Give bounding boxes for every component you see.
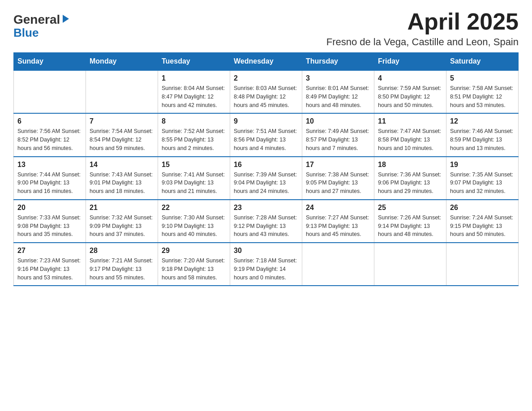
week-row: 1Sunrise: 8:04 AM Sunset: 8:47 PM Daylig… xyxy=(14,70,519,113)
day-number: 4 xyxy=(378,74,442,82)
day-info: Sunrise: 7:23 AM Sunset: 9:16 PM Dayligh… xyxy=(17,257,82,282)
day-cell: 4Sunrise: 7:59 AM Sunset: 8:50 PM Daylig… xyxy=(374,70,446,113)
day-info: Sunrise: 7:20 AM Sunset: 9:18 PM Dayligh… xyxy=(162,257,226,282)
header-cell-sunday: Sunday xyxy=(14,53,86,71)
day-cell: 5Sunrise: 7:58 AM Sunset: 8:51 PM Daylig… xyxy=(446,70,519,113)
day-cell: 3Sunrise: 8:01 AM Sunset: 8:49 PM Daylig… xyxy=(302,70,374,113)
day-number: 24 xyxy=(306,204,370,212)
day-cell: 27Sunrise: 7:23 AM Sunset: 9:16 PM Dayli… xyxy=(14,243,86,286)
day-cell: 12Sunrise: 7:46 AM Sunset: 8:59 PM Dayli… xyxy=(446,113,519,156)
logo-general: General xyxy=(13,13,60,26)
day-info: Sunrise: 7:41 AM Sunset: 9:03 PM Dayligh… xyxy=(162,171,226,196)
day-info: Sunrise: 7:28 AM Sunset: 9:12 PM Dayligh… xyxy=(234,214,298,239)
day-number: 5 xyxy=(450,74,515,82)
day-cell: 24Sunrise: 7:27 AM Sunset: 9:13 PM Dayli… xyxy=(302,200,374,243)
header-cell-friday: Friday xyxy=(374,53,446,71)
day-cell xyxy=(374,243,446,286)
calendar-subtitle: Fresno de la Vega, Castille and Leon, Sp… xyxy=(326,36,519,48)
header-cell-tuesday: Tuesday xyxy=(158,53,230,71)
day-cell: 21Sunrise: 7:32 AM Sunset: 9:09 PM Dayli… xyxy=(86,200,158,243)
day-cell: 14Sunrise: 7:43 AM Sunset: 9:01 PM Dayli… xyxy=(86,157,158,200)
day-info: Sunrise: 8:03 AM Sunset: 8:48 PM Dayligh… xyxy=(234,84,298,109)
day-number: 9 xyxy=(234,117,298,125)
day-cell: 11Sunrise: 7:47 AM Sunset: 8:58 PM Dayli… xyxy=(374,113,446,156)
header: General Blue April 2025 Fresno de la Veg… xyxy=(13,9,519,48)
day-number: 28 xyxy=(90,247,154,255)
day-cell: 2Sunrise: 8:03 AM Sunset: 8:48 PM Daylig… xyxy=(230,70,302,113)
day-number: 13 xyxy=(17,161,82,169)
day-number: 17 xyxy=(306,161,370,169)
day-number: 30 xyxy=(234,247,298,255)
day-number: 29 xyxy=(162,247,226,255)
day-cell: 1Sunrise: 8:04 AM Sunset: 8:47 PM Daylig… xyxy=(158,70,230,113)
day-number: 22 xyxy=(162,204,226,212)
day-number: 20 xyxy=(17,204,82,212)
day-cell: 15Sunrise: 7:41 AM Sunset: 9:03 PM Dayli… xyxy=(158,157,230,200)
day-info: Sunrise: 7:51 AM Sunset: 8:56 PM Dayligh… xyxy=(234,127,298,152)
day-cell xyxy=(14,70,86,113)
day-number: 1 xyxy=(162,74,226,82)
day-number: 10 xyxy=(306,117,370,125)
day-number: 16 xyxy=(234,161,298,169)
day-cell xyxy=(446,243,519,286)
day-info: Sunrise: 7:58 AM Sunset: 8:51 PM Dayligh… xyxy=(450,84,515,109)
day-cell: 29Sunrise: 7:20 AM Sunset: 9:18 PM Dayli… xyxy=(158,243,230,286)
day-info: Sunrise: 7:56 AM Sunset: 8:52 PM Dayligh… xyxy=(17,127,82,152)
day-info: Sunrise: 7:26 AM Sunset: 9:14 PM Dayligh… xyxy=(378,214,442,239)
day-number: 3 xyxy=(306,74,370,82)
day-cell: 16Sunrise: 7:39 AM Sunset: 9:04 PM Dayli… xyxy=(230,157,302,200)
week-row: 27Sunrise: 7:23 AM Sunset: 9:16 PM Dayli… xyxy=(14,243,519,286)
day-cell: 6Sunrise: 7:56 AM Sunset: 8:52 PM Daylig… xyxy=(14,113,86,156)
day-info: Sunrise: 7:21 AM Sunset: 9:17 PM Dayligh… xyxy=(90,257,154,282)
day-info: Sunrise: 7:49 AM Sunset: 8:57 PM Dayligh… xyxy=(306,127,370,152)
day-cell: 22Sunrise: 7:30 AM Sunset: 9:10 PM Dayli… xyxy=(158,200,230,243)
day-cell: 10Sunrise: 7:49 AM Sunset: 8:57 PM Dayli… xyxy=(302,113,374,156)
day-number: 8 xyxy=(162,117,226,125)
title-area: April 2025 Fresno de la Vega, Castille a… xyxy=(326,9,519,48)
day-cell: 13Sunrise: 7:44 AM Sunset: 9:00 PM Dayli… xyxy=(14,157,86,200)
day-info: Sunrise: 7:33 AM Sunset: 9:08 PM Dayligh… xyxy=(17,214,82,239)
header-cell-saturday: Saturday xyxy=(446,53,519,71)
day-number: 6 xyxy=(17,117,82,125)
day-info: Sunrise: 7:46 AM Sunset: 8:59 PM Dayligh… xyxy=(450,127,515,152)
day-number: 15 xyxy=(162,161,226,169)
day-cell: 28Sunrise: 7:21 AM Sunset: 9:17 PM Dayli… xyxy=(86,243,158,286)
day-info: Sunrise: 7:35 AM Sunset: 9:07 PM Dayligh… xyxy=(450,171,515,196)
day-cell: 9Sunrise: 7:51 AM Sunset: 8:56 PM Daylig… xyxy=(230,113,302,156)
day-info: Sunrise: 7:36 AM Sunset: 9:06 PM Dayligh… xyxy=(378,171,442,196)
day-number: 27 xyxy=(17,247,82,255)
day-info: Sunrise: 7:24 AM Sunset: 9:15 PM Dayligh… xyxy=(450,214,515,239)
day-cell: 8Sunrise: 7:52 AM Sunset: 8:55 PM Daylig… xyxy=(158,113,230,156)
week-row: 20Sunrise: 7:33 AM Sunset: 9:08 PM Dayli… xyxy=(14,200,519,243)
day-number: 18 xyxy=(378,161,442,169)
day-cell: 18Sunrise: 7:36 AM Sunset: 9:06 PM Dayli… xyxy=(374,157,446,200)
day-info: Sunrise: 8:01 AM Sunset: 8:49 PM Dayligh… xyxy=(306,84,370,109)
day-cell: 23Sunrise: 7:28 AM Sunset: 9:12 PM Dayli… xyxy=(230,200,302,243)
day-number: 14 xyxy=(90,161,154,169)
day-info: Sunrise: 7:38 AM Sunset: 9:05 PM Dayligh… xyxy=(306,171,370,196)
day-info: Sunrise: 7:54 AM Sunset: 8:54 PM Dayligh… xyxy=(90,127,154,152)
day-info: Sunrise: 7:27 AM Sunset: 9:13 PM Dayligh… xyxy=(306,214,370,239)
day-info: Sunrise: 7:44 AM Sunset: 9:00 PM Dayligh… xyxy=(17,171,82,196)
day-number: 21 xyxy=(90,204,154,212)
day-number: 2 xyxy=(234,74,298,82)
day-info: Sunrise: 7:32 AM Sunset: 9:09 PM Dayligh… xyxy=(90,214,154,239)
logo: General Blue xyxy=(13,9,71,39)
logo-arrow-icon xyxy=(61,14,71,24)
day-info: Sunrise: 7:59 AM Sunset: 8:50 PM Dayligh… xyxy=(378,84,442,109)
day-info: Sunrise: 7:47 AM Sunset: 8:58 PM Dayligh… xyxy=(378,127,442,152)
day-number: 7 xyxy=(90,117,154,125)
header-cell-monday: Monday xyxy=(86,53,158,71)
header-cell-wednesday: Wednesday xyxy=(230,53,302,71)
calendar-table: SundayMondayTuesdayWednesdayThursdayFrid… xyxy=(13,52,519,286)
day-info: Sunrise: 7:52 AM Sunset: 8:55 PM Dayligh… xyxy=(162,127,226,152)
day-number: 25 xyxy=(378,204,442,212)
day-cell xyxy=(86,70,158,113)
day-info: Sunrise: 7:30 AM Sunset: 9:10 PM Dayligh… xyxy=(162,214,226,239)
day-cell: 25Sunrise: 7:26 AM Sunset: 9:14 PM Dayli… xyxy=(374,200,446,243)
day-info: Sunrise: 7:39 AM Sunset: 9:04 PM Dayligh… xyxy=(234,171,298,196)
day-cell: 19Sunrise: 7:35 AM Sunset: 9:07 PM Dayli… xyxy=(446,157,519,200)
header-cell-thursday: Thursday xyxy=(302,53,374,71)
day-number: 11 xyxy=(378,117,442,125)
logo-blue: Blue xyxy=(13,27,39,39)
